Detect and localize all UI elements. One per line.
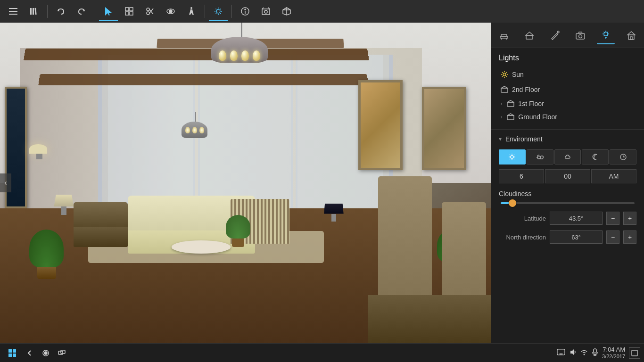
lights-section: Lights Sun 2nd Floor › 1st Floor › xyxy=(491,48,644,129)
rt-build-btn[interactable] xyxy=(520,26,538,44)
start-button[interactable] xyxy=(4,346,21,360)
ac1-back xyxy=(74,202,128,227)
svg-point-17 xyxy=(190,7,192,9)
latitude-decrease-btn[interactable]: − xyxy=(606,212,619,225)
separator-3 xyxy=(205,5,205,18)
svg-line-14 xyxy=(149,8,153,13)
undo-button[interactable] xyxy=(51,2,70,21)
slider-thumb[interactable] xyxy=(509,199,516,207)
sun-light-item[interactable]: Sun xyxy=(499,67,636,82)
sun-mode-button[interactable] xyxy=(209,2,228,21)
select-button[interactable] xyxy=(99,2,118,21)
env-clock-btn[interactable] xyxy=(610,149,636,165)
viewport-nav-left[interactable]: ‹ xyxy=(0,173,11,192)
latitude-label: Latitude xyxy=(499,215,546,222)
p-light-1 xyxy=(185,127,190,133)
svg-point-12 xyxy=(147,12,149,15)
taskbar-volume-btn[interactable] xyxy=(569,349,577,357)
taskbar-clock[interactable]: 7:04 AM 3/22/2017 xyxy=(602,346,625,360)
taskbar-notification-btn[interactable] xyxy=(629,347,640,359)
env-clear-btn[interactable] xyxy=(499,149,526,165)
scissors-button[interactable] xyxy=(140,2,159,21)
svg-line-84 xyxy=(510,159,510,159)
library-button[interactable] xyxy=(25,2,43,21)
taskbar-cortana-btn[interactable] xyxy=(39,346,53,360)
svg-marker-6 xyxy=(105,7,112,16)
taskbar-speech-btn[interactable] xyxy=(592,348,598,357)
svg-line-82 xyxy=(514,159,514,159)
lights-title: Lights xyxy=(499,54,636,62)
c-light-1 xyxy=(219,50,226,61)
time-minute[interactable]: 00 xyxy=(545,169,590,183)
env-sunny-btn[interactable] xyxy=(527,149,553,165)
1st-floor-label: 1st Floor xyxy=(518,100,544,107)
svg-rect-38 xyxy=(501,34,507,36)
taskbar-keyboard-btn[interactable] xyxy=(557,349,565,357)
svg-point-18 xyxy=(216,9,220,13)
time-hour[interactable]: 6 xyxy=(499,169,544,183)
svg-rect-7 xyxy=(125,8,129,11)
env-night-btn[interactable] xyxy=(582,149,609,165)
view-button[interactable] xyxy=(161,2,180,21)
time-row: 6 00 AM xyxy=(499,169,636,183)
group-button[interactable] xyxy=(120,2,139,21)
screenshot-button[interactable] xyxy=(256,2,275,21)
north-increase-btn[interactable]: + xyxy=(623,230,636,244)
rt-camera-btn[interactable] xyxy=(571,26,589,44)
viewport[interactable]: ‹ xyxy=(0,23,491,343)
c-light-4 xyxy=(253,50,260,61)
env-collapse-icon: ▾ xyxy=(499,136,502,142)
chandelier-rod xyxy=(241,23,242,37)
right-toolbar xyxy=(491,23,644,48)
3d-button[interactable] xyxy=(277,2,296,21)
env-cloudy-btn[interactable] xyxy=(554,149,581,165)
menu-button[interactable] xyxy=(4,2,23,21)
p-light-2 xyxy=(192,127,197,133)
env-title: Environment xyxy=(505,135,543,143)
slider-track[interactable] xyxy=(501,202,635,204)
clock-display: 7:04 AM 3/22/2017 xyxy=(602,346,625,360)
taskbar-back-btn[interactable] xyxy=(23,346,37,360)
c-light-3 xyxy=(241,50,249,61)
chandelier-body xyxy=(211,37,268,63)
1st-floor-light-item[interactable]: › 1st Floor xyxy=(499,97,636,110)
ground-floor-light-item[interactable]: › Ground Floor xyxy=(499,110,636,123)
sconce-arm xyxy=(36,154,42,159)
clock-time: 7:04 AM xyxy=(602,346,625,354)
svg-rect-93 xyxy=(13,349,16,353)
rt-lights-btn[interactable] xyxy=(597,26,615,44)
taskbar-multitask-btn[interactable] xyxy=(55,346,69,360)
nav-arrow-icon: ‹ xyxy=(4,179,7,187)
rt-home-btn[interactable] xyxy=(622,26,640,44)
svg-rect-60 xyxy=(630,37,632,40)
room-render xyxy=(0,23,491,343)
taskbar-items xyxy=(23,346,69,360)
chandelier-lights xyxy=(219,50,260,61)
north-direction-value[interactable]: 63° xyxy=(550,230,603,244)
svg-point-16 xyxy=(169,10,172,13)
time-period[interactable]: AM xyxy=(591,169,636,183)
rt-paint-btn[interactable] xyxy=(546,26,564,44)
info-button[interactable] xyxy=(236,2,255,21)
latitude-increase-btn[interactable]: + xyxy=(623,212,636,225)
walk-button[interactable] xyxy=(182,2,201,21)
taskbar-network-btn[interactable] xyxy=(580,349,588,357)
armchair-1 xyxy=(74,202,128,247)
redo-button[interactable] xyxy=(72,2,91,21)
plant-leaves xyxy=(29,230,64,267)
north-decrease-btn[interactable]: − xyxy=(606,230,619,244)
painting-2-img xyxy=(424,89,464,168)
svg-rect-111 xyxy=(594,349,596,353)
env-header[interactable]: ▾ Environment xyxy=(499,135,636,143)
svg-rect-94 xyxy=(8,354,12,357)
svg-line-24 xyxy=(220,13,221,14)
2nd-floor-light-item[interactable]: 2nd Floor xyxy=(499,82,636,97)
latitude-value[interactable]: 43.5° xyxy=(550,212,603,225)
svg-line-53 xyxy=(607,35,608,36)
svg-rect-70 xyxy=(501,88,508,92)
rt-furniture-btn[interactable] xyxy=(495,26,513,44)
separator-4 xyxy=(231,5,232,18)
cloudiness-slider[interactable] xyxy=(499,202,636,204)
plant-small-pot xyxy=(232,239,244,247)
env-type-row xyxy=(499,149,636,165)
